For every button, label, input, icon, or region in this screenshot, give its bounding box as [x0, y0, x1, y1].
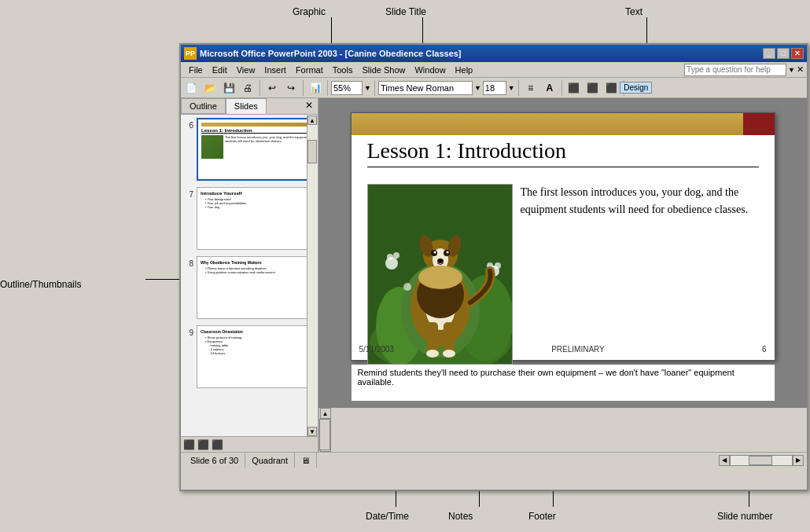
h-scrollbar[interactable]: ◀ ▶ [719, 455, 804, 466]
hscroll-thumb[interactable] [749, 456, 772, 465]
slide-footer-text: PRELIMINARY [551, 345, 605, 354]
sidebar-scroll-track [307, 125, 318, 427]
slide-thumb-7[interactable]: 7 Introduce Yourself • Your background •… [182, 187, 316, 250]
slide-preview-6[interactable]: Lesson 1: Introduction The first lesson … [197, 118, 316, 181]
menu-format[interactable]: Format [291, 64, 328, 76]
main-slide-area: Lesson 1: Introduction [318, 98, 807, 452]
slide-preview-8[interactable]: Why Obedience Training Matters • Please … [197, 256, 316, 319]
slide-topbar-red [743, 113, 775, 135]
menu-view[interactable]: View [232, 64, 260, 76]
slide-thumb-9[interactable]: 9 Classroom Orientation • Show pictures … [182, 325, 316, 388]
sep5 [518, 80, 519, 96]
sidebar-close-btn[interactable]: ✕ [300, 98, 318, 114]
font-name-dropdown[interactable]: ▼ [474, 84, 481, 92]
menu-file[interactable]: File [184, 64, 208, 76]
sep3 [327, 80, 328, 96]
slide-num-6: 6 [182, 121, 193, 130]
slide-title[interactable]: Lesson 1: Introduction [367, 138, 759, 167]
svg-point-6 [387, 254, 393, 260]
print-btn[interactable]: 🖨 [239, 80, 256, 96]
help-close-btn[interactable]: ✕ [797, 64, 804, 75]
scroll-thumb[interactable] [319, 419, 330, 450]
font-size-input[interactable] [483, 81, 506, 95]
font-size-dropdown[interactable]: ▼ [508, 84, 515, 92]
menu-help[interactable]: Help [451, 64, 478, 76]
svg-point-7 [393, 252, 399, 259]
right-scrollbar[interactable]: ▲ ▼ ▲ ▼ [318, 408, 331, 452]
hscroll-right[interactable]: ▶ [793, 455, 804, 466]
slide-num-8: 8 [182, 259, 193, 268]
sidebar-scroll-up[interactable]: ▲ [307, 116, 317, 125]
menu-window[interactable]: Window [410, 64, 450, 76]
app-icon: PP [184, 47, 197, 60]
graphic-annotation-label: Graphic [293, 6, 326, 17]
svg-point-23 [437, 259, 444, 263]
save-btn[interactable]: 💾 [220, 80, 237, 96]
slide-container[interactable]: Lesson 1: Introduction [351, 112, 775, 361]
zoom-input[interactable] [331, 81, 363, 95]
hscroll-track[interactable] [730, 455, 793, 466]
sidebar-btn-3[interactable]: ⬛ [211, 438, 223, 451]
sep2 [303, 80, 304, 96]
tab-outline[interactable]: Outline [181, 98, 226, 114]
slide-area-wrapper: Lesson 1: Introduction [318, 98, 807, 452]
content-area: Outline Slides ✕ 6 Lesson 1: Introductio… [181, 98, 807, 452]
sidebar-btn-1[interactable]: ⬛ [182, 438, 195, 451]
slide-number-annotation-label: Slide number [717, 511, 773, 522]
help-dropdown-btn[interactable]: ▼ [788, 66, 795, 74]
sidebar-scrollbar[interactable]: ▲ ▼ [307, 116, 318, 436]
notes-area[interactable]: Remind students they'll need to purchase… [351, 364, 775, 402]
main-window: PP Microsoft Office PowerPoint 2003 - [C… [179, 43, 808, 491]
design-btn[interactable]: Design [628, 80, 645, 96]
hscroll-left[interactable]: ◀ [719, 455, 730, 466]
slide-page-num: 6 [762, 345, 767, 354]
tab-slides[interactable]: Slides [226, 98, 267, 114]
new-btn[interactable]: 📄 [182, 80, 200, 96]
text-annotation-label: Text [625, 6, 642, 17]
sidebar-scroll-down[interactable]: ▼ [307, 427, 317, 436]
outline-thumbnails-annotation-label: Outline/Thumbnails [0, 279, 81, 290]
open-btn[interactable]: 📂 [201, 80, 219, 96]
redo-btn[interactable]: ↪ [282, 80, 300, 96]
align-left-btn[interactable]: ⬛ [565, 80, 583, 96]
minimize-button[interactable]: _ [763, 48, 775, 59]
slide-preview-7[interactable]: Introduce Yourself • Your background • Y… [197, 187, 316, 250]
toolbar-1: 📄 📂 💾 🖨 ↩ ↪ 📊 ▼ ▼ ▼ ≡ A ⬛ ⬛ ⬛ Design [181, 78, 807, 98]
slide-num-7: 7 [182, 190, 193, 199]
sidebar-scroll-thumb[interactable] [307, 140, 317, 163]
status-monitor-icon: 🖥 [301, 456, 310, 465]
title-bar-buttons: _ □ ✕ [763, 48, 804, 59]
slide-image[interactable] [367, 184, 513, 365]
sep1 [260, 80, 260, 96]
bullets-btn[interactable]: ≡ [522, 80, 539, 96]
sidebar-scroll[interactable]: 6 Lesson 1: Introduction The first lesso… [181, 115, 318, 436]
close-button[interactable]: ✕ [791, 48, 804, 59]
menu-edit[interactable]: Edit [208, 64, 232, 76]
slide-num-9: 9 [182, 328, 193, 337]
maximize-button[interactable]: □ [777, 48, 790, 59]
menu-insert[interactable]: Insert [260, 64, 291, 76]
font-color-btn[interactable]: A [541, 80, 558, 96]
svg-point-11 [403, 283, 411, 291]
undo-btn[interactable]: ↩ [263, 80, 281, 96]
slide-body: The first lesson introduces you, your do… [367, 184, 759, 328]
align-center-btn[interactable]: ⬛ [584, 80, 602, 96]
font-name-input[interactable] [378, 81, 473, 95]
slide-thumb-8[interactable]: 8 Why Obedience Training Matters • Pleas… [182, 256, 316, 319]
scroll-up-btn[interactable]: ▲ [320, 408, 331, 419]
sidebar-bottom-bar: ⬛ ⬛ ⬛ [181, 436, 318, 452]
window-title: Microsoft Office PowerPoint 2003 - [Cani… [200, 49, 763, 58]
zoom-dropdown[interactable]: ▼ [364, 84, 371, 92]
status-bar: Slide 6 of 30 Quadrant 🖥 ◀ ▶ [181, 452, 807, 468]
menu-slide-show[interactable]: Slide Show [357, 64, 410, 76]
menu-tools[interactable]: Tools [328, 64, 358, 76]
slide-preview-9[interactable]: Classroom Orientation • Show pictures of… [197, 325, 316, 388]
slide-center: Lesson 1: Introduction [318, 98, 807, 408]
slide-thumb-6[interactable]: 6 Lesson 1: Introduction The first lesso… [182, 118, 316, 181]
sidebar-btn-2[interactable]: ⬛ [197, 438, 209, 451]
slide-text-content[interactable]: The first lesson introduces you, your do… [521, 184, 759, 328]
help-input[interactable] [684, 64, 786, 76]
chart-btn[interactable]: 📊 [307, 80, 324, 96]
align-right-btn[interactable]: ⬛ [603, 80, 620, 96]
svg-point-21 [433, 251, 436, 254]
